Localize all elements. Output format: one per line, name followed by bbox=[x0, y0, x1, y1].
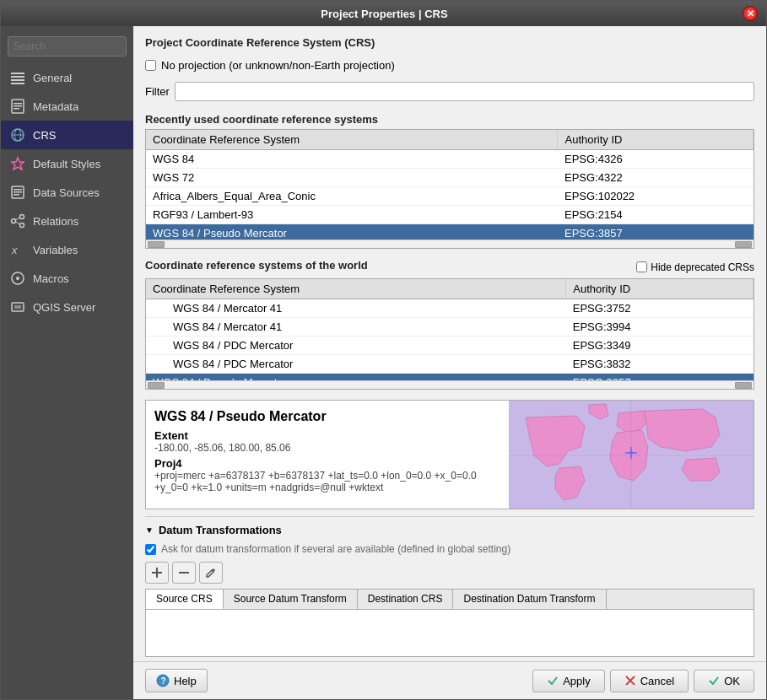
datum-add-button[interactable] bbox=[145, 562, 169, 584]
world-header: Coordinate reference systems of the worl… bbox=[145, 259, 754, 275]
cancel-x-icon bbox=[624, 675, 636, 687]
world-crs-table-container: Coordinate Reference System Authority ID… bbox=[145, 278, 754, 390]
close-button[interactable]: ✕ bbox=[743, 6, 758, 21]
crs-authority: EPSG:102022 bbox=[558, 187, 753, 206]
sidebar-item-relations[interactable]: Relations bbox=[1, 207, 133, 235]
main-window: Project Properties | CRS ✕ General Metad… bbox=[0, 0, 767, 700]
datum-checkbox-row: Ask for datum transformation if several … bbox=[145, 543, 754, 555]
crs-authority: EPSG:3857 bbox=[566, 374, 753, 381]
crs-name: Africa_Albers_Equal_Area_Conic bbox=[146, 187, 558, 206]
minus-icon bbox=[178, 567, 190, 579]
datum-tab-destination-datum-transform[interactable]: Destination Datum Transform bbox=[453, 590, 606, 609]
table-row[interactable]: WGS 84 / PDC Mercator EPSG:3349 bbox=[146, 337, 753, 355]
crs-name: WGS 84 / Mercator 41 bbox=[146, 299, 566, 318]
datum-checkbox-label: Ask for datum transformation if several … bbox=[161, 543, 510, 555]
sidebar-item-macros[interactable]: Macros bbox=[1, 264, 133, 293]
svg-rect-3 bbox=[11, 83, 24, 84]
ok-button[interactable]: OK bbox=[694, 670, 754, 692]
filter-input[interactable] bbox=[175, 82, 754, 101]
svg-point-31 bbox=[629, 451, 633, 455]
datum-tab-source-datum-transform[interactable]: Source Datum Transform bbox=[224, 590, 358, 609]
world-col2-header: Authority ID bbox=[566, 279, 753, 299]
svg-rect-15 bbox=[14, 194, 19, 196]
world-crs-table: Coordinate Reference System Authority ID… bbox=[146, 279, 753, 380]
titlebar: Project Properties | CRS ✕ bbox=[1, 1, 766, 26]
crs-authority: EPSG:4326 bbox=[558, 150, 753, 169]
datum-collapse-arrow[interactable]: ▼ bbox=[145, 525, 154, 535]
datum-tab-destination-crs[interactable]: Destination CRS bbox=[358, 590, 454, 609]
table-row[interactable]: Africa_Albers_Equal_Area_Conic EPSG:1020… bbox=[146, 187, 753, 206]
datum-transformation-checkbox[interactable] bbox=[145, 544, 156, 555]
filter-row: Filter bbox=[145, 82, 754, 101]
ok-check-icon bbox=[708, 675, 720, 687]
svg-point-18 bbox=[20, 223, 24, 228]
datum-section-title: Datum Transformations bbox=[159, 524, 282, 536]
table-row[interactable]: WGS 72 EPSG:4322 bbox=[146, 169, 753, 187]
crs-section-title: Project Coordinate Reference System (CRS… bbox=[145, 36, 754, 49]
hide-deprecated-checkbox[interactable] bbox=[636, 261, 647, 272]
apply-button[interactable]: Apply bbox=[532, 670, 605, 692]
variables-icon: x bbox=[9, 241, 26, 258]
table-row[interactable]: WGS 84 / Mercator 41 EPSG:3994 bbox=[146, 318, 753, 337]
world-crs-section: Coordinate reference systems of the worl… bbox=[145, 259, 754, 393]
sidebar-item-default-styles[interactable]: Default Styles bbox=[1, 149, 133, 178]
relations-icon bbox=[9, 213, 26, 229]
sidebar-item-variables-label: Variables bbox=[33, 244, 78, 256]
svg-rect-6 bbox=[14, 105, 22, 107]
crs-map-preview bbox=[509, 401, 753, 509]
world-crs-scroll[interactable]: Coordinate Reference System Authority ID… bbox=[146, 279, 753, 380]
apply-check-icon bbox=[547, 675, 559, 687]
recently-used-title: Recently used coordinate reference syste… bbox=[145, 113, 754, 126]
table-row[interactable]: WGS 84 / PDC Mercator EPSG:3832 bbox=[146, 355, 753, 374]
help-button[interactable]: ? Help bbox=[145, 669, 208, 692]
qgis-server-icon bbox=[9, 299, 26, 315]
crs-authority: EPSG:2154 bbox=[558, 206, 753, 224]
table-row[interactable]: WGS 84 / Mercator 41 EPSG:3752 bbox=[146, 299, 753, 318]
datum-remove-button[interactable] bbox=[172, 562, 196, 584]
recently-used-col2-header: Authority ID bbox=[558, 130, 753, 150]
world-h-scrollbar[interactable] bbox=[146, 380, 753, 389]
search-input[interactable] bbox=[8, 36, 127, 57]
crs-name: WGS 84 / PDC Mercator bbox=[146, 337, 566, 355]
recently-used-table: Coordinate Reference System Authority ID… bbox=[146, 130, 753, 240]
svg-marker-11 bbox=[12, 158, 24, 170]
cancel-button[interactable]: Cancel bbox=[610, 670, 689, 692]
sidebar-item-qgis-server[interactable]: QGIS Server bbox=[1, 293, 133, 321]
datum-edit-button[interactable] bbox=[199, 562, 223, 584]
svg-rect-2 bbox=[11, 79, 24, 81]
sidebar-item-general[interactable]: General bbox=[1, 63, 133, 92]
table-row-selected[interactable]: WGS 84 / Pseudo Mercator EPSG:3857 bbox=[146, 374, 753, 381]
proj4-label: Proj4 bbox=[154, 457, 492, 470]
recently-used-table-container: Coordinate Reference System Authority ID… bbox=[145, 129, 754, 249]
table-row[interactable]: RGF93 / Lambert-93 EPSG:2154 bbox=[146, 206, 753, 224]
svg-rect-13 bbox=[14, 189, 22, 191]
footer: ? Help Apply Cancel OK bbox=[133, 661, 766, 699]
main-panel: Project Coordinate Reference System (CRS… bbox=[133, 26, 766, 699]
crs-info-section: WGS 84 / Pseudo Mercator Extent -180.00,… bbox=[145, 400, 754, 509]
datum-tab-source-crs[interactable]: Source CRS bbox=[146, 590, 224, 609]
no-projection-checkbox[interactable] bbox=[145, 60, 156, 71]
table-row[interactable]: WGS 84 EPSG:4326 bbox=[146, 150, 753, 169]
crs-name: WGS 84 / Pseudo Mercator bbox=[146, 224, 558, 240]
world-map-svg bbox=[509, 401, 753, 509]
table-row-selected[interactable]: WGS 84 / Pseudo Mercator EPSG:3857 bbox=[146, 224, 753, 240]
sidebar-item-crs[interactable]: CRS bbox=[1, 121, 133, 149]
svg-point-23 bbox=[16, 277, 19, 280]
recently-used-col1-header: Coordinate Reference System bbox=[146, 130, 558, 150]
sidebar-item-relations-label: Relations bbox=[33, 215, 78, 228]
sidebar-item-data-sources[interactable]: Data Sources bbox=[1, 178, 133, 207]
recently-used-section: Recently used coordinate reference syste… bbox=[145, 113, 754, 252]
recently-used-scroll[interactable]: Coordinate Reference System Authority ID… bbox=[146, 130, 753, 240]
crs-authority: EPSG:3349 bbox=[566, 337, 753, 355]
svg-text:?: ? bbox=[161, 676, 166, 686]
sidebar-item-crs-label: CRS bbox=[33, 129, 56, 142]
default-styles-icon bbox=[9, 155, 26, 172]
svg-rect-0 bbox=[11, 73, 24, 74]
svg-point-17 bbox=[20, 215, 24, 219]
datum-toolbar bbox=[145, 562, 754, 584]
h-scrollbar[interactable] bbox=[146, 240, 753, 248]
sidebar-item-metadata[interactable]: Metadata bbox=[1, 92, 133, 121]
general-icon bbox=[9, 69, 26, 86]
sidebar-item-variables[interactable]: x Variables bbox=[1, 235, 133, 264]
crs-name: WGS 84 / Pseudo Mercator bbox=[146, 374, 566, 381]
